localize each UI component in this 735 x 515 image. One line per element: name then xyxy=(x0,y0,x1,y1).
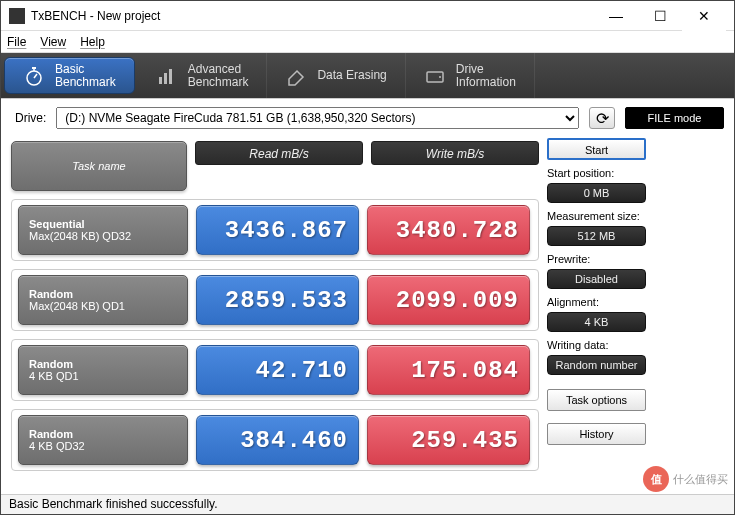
close-button[interactable]: ✕ xyxy=(682,1,726,31)
svg-point-8 xyxy=(439,76,441,78)
drive-select[interactable]: (D:) NVMe Seagate FireCuda 781.51 GB (1,… xyxy=(56,107,579,129)
result-row: SequentialMax(2048 KB) QD32 3436.867 348… xyxy=(11,199,539,261)
tab-basic-benchmark[interactable]: BasicBenchmark xyxy=(4,57,135,94)
menu-help[interactable]: Help xyxy=(80,35,105,49)
app-icon xyxy=(9,8,25,24)
tab-label-1: Data Erasing xyxy=(317,69,386,82)
task-button[interactable]: Random4 KB QD1 xyxy=(18,345,188,395)
svg-rect-4 xyxy=(159,77,162,84)
read-value: 2859.533 xyxy=(196,275,359,325)
results-panel: Task name Read mB/s Write mB/s Sequentia… xyxy=(11,141,539,515)
refresh-icon: ⟳ xyxy=(596,109,609,128)
side-panel: Start Start position: 0 MB Measurement s… xyxy=(547,137,646,515)
stopwatch-icon xyxy=(23,65,45,87)
menu-file[interactable]: File xyxy=(7,35,26,49)
alignment-value[interactable]: 4 KB xyxy=(547,312,646,332)
task-name: Random xyxy=(29,288,177,300)
prewrite-label: Prewrite: xyxy=(547,253,646,265)
writing-data-value[interactable]: Random number xyxy=(547,355,646,375)
task-button[interactable]: Random4 KB QD32 xyxy=(18,415,188,465)
alignment-label: Alignment: xyxy=(547,296,646,308)
prewrite-value[interactable]: Disabled xyxy=(547,269,646,289)
svg-rect-1 xyxy=(32,67,36,69)
title-bar: TxBENCH - New project — ☐ ✕ xyxy=(1,1,734,31)
menu-bar: File View Help xyxy=(1,31,734,53)
read-value: 384.460 xyxy=(196,415,359,465)
file-mode-button[interactable]: FILE mode xyxy=(625,107,724,129)
drive-icon xyxy=(424,65,446,87)
write-value: 3480.728 xyxy=(367,205,530,255)
svg-line-3 xyxy=(34,74,37,78)
start-position-value[interactable]: 0 MB xyxy=(547,183,646,203)
minimize-button[interactable]: — xyxy=(594,1,638,31)
watermark-logo: 值 xyxy=(643,466,669,492)
history-button[interactable]: History xyxy=(547,423,646,445)
bar-chart-icon xyxy=(156,65,178,87)
svg-rect-5 xyxy=(164,73,167,84)
drive-selector-row: Drive: (D:) NVMe Seagate FireCuda 781.51… xyxy=(1,99,734,133)
result-row: RandomMax(2048 KB) QD1 2859.533 2099.009 xyxy=(11,269,539,331)
drive-label: Drive: xyxy=(15,111,46,125)
eraser-icon xyxy=(285,65,307,87)
task-detail: 4 KB QD32 xyxy=(29,440,177,452)
header-read: Read mB/s xyxy=(195,141,363,165)
task-name: Random xyxy=(29,428,177,440)
task-detail: Max(2048 KB) QD1 xyxy=(29,300,177,312)
tab-advanced-benchmark[interactable]: AdvancedBenchmark xyxy=(138,53,268,98)
svg-rect-6 xyxy=(169,69,172,84)
measurement-size-value[interactable]: 512 MB xyxy=(547,226,646,246)
writing-data-label: Writing data: xyxy=(547,339,646,351)
write-value: 259.435 xyxy=(367,415,530,465)
task-name: Sequential xyxy=(29,218,177,230)
start-position-label: Start position: xyxy=(547,167,646,179)
task-detail: 4 KB QD1 xyxy=(29,370,177,382)
task-detail: Max(2048 KB) QD32 xyxy=(29,230,177,242)
result-row: Random4 KB QD1 42.710 175.084 xyxy=(11,339,539,401)
tab-bar: BasicBenchmark AdvancedBenchmark Data Er… xyxy=(1,53,734,99)
tab-label-1: Drive xyxy=(456,63,516,76)
tab-label-1: Advanced xyxy=(188,63,249,76)
status-bar: Basic Benchmark finished successfully. xyxy=(1,494,734,514)
tab-drive-information[interactable]: DriveInformation xyxy=(406,53,535,98)
header-write: Write mB/s xyxy=(371,141,539,165)
tab-label-1: Basic xyxy=(55,63,116,76)
menu-view[interactable]: View xyxy=(40,35,66,49)
read-value: 42.710 xyxy=(196,345,359,395)
result-row: Random4 KB QD32 384.460 259.435 xyxy=(11,409,539,471)
watermark-text: 什么值得买 xyxy=(673,472,728,487)
header-task-name: Task name xyxy=(11,141,187,191)
task-button[interactable]: RandomMax(2048 KB) QD1 xyxy=(18,275,188,325)
refresh-button[interactable]: ⟳ xyxy=(589,107,615,129)
task-options-button[interactable]: Task options xyxy=(547,389,646,411)
write-value: 175.084 xyxy=(367,345,530,395)
tab-label-2: Benchmark xyxy=(188,76,249,89)
tab-label-2: Information xyxy=(456,76,516,89)
read-value: 3436.867 xyxy=(196,205,359,255)
tab-data-erasing[interactable]: Data Erasing xyxy=(267,53,405,98)
start-button[interactable]: Start xyxy=(547,138,646,160)
maximize-button[interactable]: ☐ xyxy=(638,1,682,31)
tab-label-2: Benchmark xyxy=(55,76,116,89)
write-value: 2099.009 xyxy=(367,275,530,325)
watermark: 值 什么值得买 xyxy=(643,466,728,492)
task-button[interactable]: SequentialMax(2048 KB) QD32 xyxy=(18,205,188,255)
measurement-size-label: Measurement size: xyxy=(547,210,646,222)
task-name: Random xyxy=(29,358,177,370)
window-title: TxBENCH - New project xyxy=(31,9,594,23)
